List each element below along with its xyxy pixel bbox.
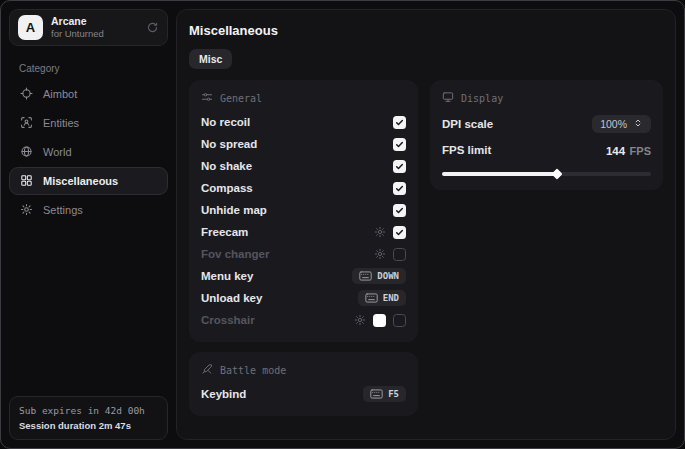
dpi-scale-select[interactable]: 100% <box>592 115 651 133</box>
app-subtitle: for Unturned <box>51 28 104 40</box>
gear-icon <box>20 203 33 218</box>
sidebar: A Arcane for Unturned Category Aimbot <box>1 1 176 448</box>
globe-icon <box>20 145 33 160</box>
sync-icon[interactable] <box>146 21 159 34</box>
card-title: Battle mode <box>220 365 286 376</box>
category-label: Category <box>19 63 168 74</box>
sidebar-item-entities[interactable]: Entities <box>9 109 168 137</box>
setting-row-fps-limit: FPS limit 144 FPS <box>442 137 651 163</box>
fps-value: 144 <box>606 145 625 157</box>
checkbox-unhide-map[interactable] <box>393 204 406 217</box>
main-panel: Miscellaneous Misc General No rec <box>176 9 676 440</box>
sidebar-item-label: Settings <box>43 204 83 216</box>
unload-keybind-button[interactable]: END <box>358 290 406 306</box>
sidebar-item-label: Aimbot <box>43 88 77 100</box>
checkbox-no-recoil[interactable] <box>393 116 406 129</box>
sidebar-item-settings[interactable]: Settings <box>9 196 168 224</box>
sidebar-item-miscellaneous[interactable]: Miscellaneous <box>9 167 168 195</box>
fps-unit: FPS <box>630 145 651 157</box>
display-card: Display DPI scale 100% FPS limit <box>430 80 663 190</box>
sidebar-nav: Aimbot Entities World <box>9 80 168 224</box>
sliders-icon <box>201 91 213 105</box>
freecam-settings-gear-icon[interactable] <box>374 226 386 238</box>
sidebar-item-aimbot[interactable]: Aimbot <box>9 80 168 108</box>
setting-row-dpi-scale: DPI scale 100% <box>442 111 651 137</box>
checkbox-no-shake[interactable] <box>393 160 406 173</box>
menu-keybind-button[interactable]: DOWN <box>352 268 406 284</box>
general-card: General No recoil No spread No shake <box>189 80 418 342</box>
app-name: Arcane <box>51 15 104 28</box>
chevrons-up-down-icon <box>633 118 643 130</box>
setting-row-menu-key: Menu key DOWN <box>201 265 406 287</box>
session-duration-text: Session duration 2m 47s <box>19 420 158 431</box>
card-title: Display <box>461 93 503 104</box>
setting-row-no-recoil: No recoil <box>201 111 406 133</box>
checkbox-crosshair[interactable] <box>393 314 406 327</box>
tab-misc[interactable]: Misc <box>189 49 232 69</box>
entities-icon <box>20 116 33 131</box>
monitor-icon <box>442 91 454 105</box>
slider-thumb[interactable] <box>551 168 562 179</box>
battle-keybind-button[interactable]: F5 <box>363 386 406 402</box>
sidebar-item-world[interactable]: World <box>9 138 168 166</box>
app-header: A Arcane for Unturned <box>9 9 168 46</box>
setting-row-freecam: Freecam <box>201 221 406 243</box>
subscription-info: Sub expires in 42d 00h Session duration … <box>9 396 168 440</box>
setting-row-fov-changer: Fov changer <box>201 243 406 265</box>
app-logo: A <box>18 15 43 40</box>
setting-row-no-shake: No shake <box>201 155 406 177</box>
setting-row-keybind: Keybind F5 <box>201 383 406 405</box>
sidebar-item-label: Miscellaneous <box>43 175 118 187</box>
grid-icon <box>20 174 33 189</box>
checkbox-compass[interactable] <box>393 182 406 195</box>
crosshair-color-swatch[interactable] <box>373 314 386 327</box>
sidebar-item-label: World <box>43 146 72 158</box>
keybind-label: F5 <box>388 389 399 399</box>
page-title: Miscellaneous <box>189 23 663 38</box>
sub-expiry-text: Sub expires in 42d 00h <box>19 405 158 416</box>
setting-row-unhide-map: Unhide map <box>201 199 406 221</box>
checkbox-no-spread[interactable] <box>393 138 406 151</box>
app-window: A Arcane for Unturned Category Aimbot <box>0 0 685 449</box>
battle-mode-card: Battle mode Keybind F5 <box>189 352 418 416</box>
dpi-value: 100% <box>600 118 627 130</box>
fps-limit-slider[interactable] <box>442 172 651 176</box>
card-title: General <box>220 93 262 104</box>
sidebar-item-label: Entities <box>43 117 79 129</box>
swords-icon <box>201 363 213 377</box>
checkbox-freecam[interactable] <box>393 226 406 239</box>
setting-row-unload-key: Unload key END <box>201 287 406 309</box>
crosshair-icon <box>20 87 33 102</box>
checkbox-fov-changer[interactable] <box>393 248 406 261</box>
setting-row-compass: Compass <box>201 177 406 199</box>
slider-fill <box>442 172 557 176</box>
keybind-label: DOWN <box>377 271 399 281</box>
setting-row-no-spread: No spread <box>201 133 406 155</box>
crosshair-settings-gear-icon[interactable] <box>354 314 366 326</box>
keybind-label: END <box>383 293 399 303</box>
setting-row-crosshair: Crosshair <box>201 309 406 331</box>
fov-settings-gear-icon[interactable] <box>374 248 386 260</box>
